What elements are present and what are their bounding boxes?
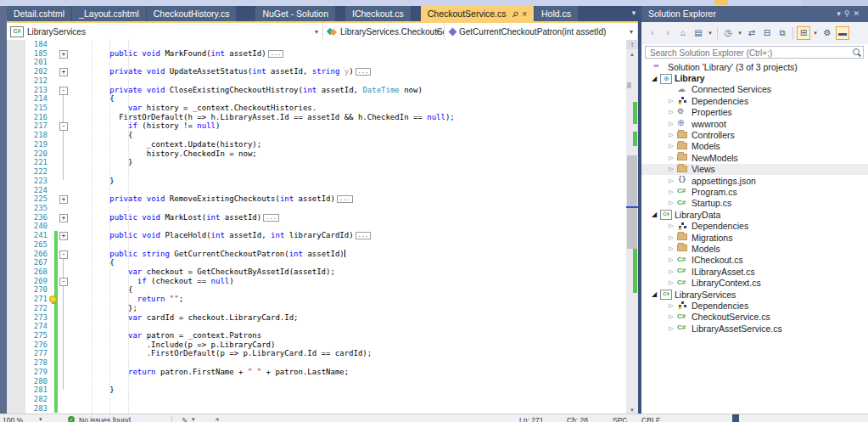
switch-views-caret-icon[interactable]: ▾: [707, 26, 714, 40]
code-line-222[interactable]: 222: [7, 167, 626, 177]
collapsed-region-box[interactable]: ...: [356, 68, 372, 76]
expand-arrow-icon[interactable]: ▷: [667, 121, 675, 127]
expand-arrow-icon[interactable]: ▷: [667, 143, 675, 149]
collapse-all-icon[interactable]: ⊟: [760, 26, 774, 40]
forward-icon[interactable]: ›: [661, 26, 675, 40]
expand-icon[interactable]: +: [59, 68, 68, 76]
expand-arrow-icon[interactable]: ▷: [667, 177, 675, 184]
editor-vertical-scrollbar[interactable]: ↕ ▲ ▼: [626, 40, 638, 414]
show-all-files-icon[interactable]: ⧉: [776, 26, 789, 40]
tree-item-connected-services[interactable]: ☁Connected Services: [641, 84, 868, 95]
tree-item-startup-cs[interactable]: ▷C#Startup.cs: [641, 198, 868, 209]
code-line-275[interactable]: 275 var patron = _context.Patrons: [7, 331, 626, 340]
expand-icon[interactable]: +: [59, 50, 68, 59]
expand-icon[interactable]: +: [59, 214, 68, 222]
tab-nuget-solution[interactable]: NuGet - Solution: [255, 6, 335, 21]
code-line-273[interactable]: 273 var cardId = checkout.LibraryCard.Id…: [7, 313, 626, 323]
tree-item-libraryservices[interactable]: ◢C#LibraryServices: [641, 289, 868, 300]
tree-item-dependencies[interactable]: ▷▲Dependencies: [641, 220, 868, 231]
properties-icon[interactable]: ⚙: [820, 26, 834, 40]
code-line-220[interactable]: 220 history.CheckedIn = now;: [7, 149, 626, 159]
expand-arrow-icon[interactable]: ▷: [667, 302, 675, 309]
tab-hold-cs[interactable]: Hold.cs: [535, 6, 578, 21]
code-line-271[interactable]: 271 return "";: [7, 295, 626, 304]
pin-icon[interactable]: ⚲: [507, 7, 522, 21]
expand-icon[interactable]: +: [59, 195, 68, 204]
pending-changes-filter-icon[interactable]: ◷: [721, 26, 735, 40]
collapsed-region-box[interactable]: ...: [356, 232, 372, 239]
expand-arrow-icon[interactable]: ▷: [667, 222, 675, 229]
tree-item-models[interactable]: ▷Models: [641, 141, 868, 152]
solution-explorer-search-box[interactable]: [645, 46, 864, 59]
expand-arrow-icon[interactable]: ▷: [667, 268, 675, 275]
code-line-277[interactable]: 277 .FirstOrDefault(p => p.LibraryCard.I…: [7, 349, 626, 358]
expand-arrow-icon[interactable]: ▷: [667, 313, 675, 320]
expand-arrow-icon[interactable]: ▷: [667, 109, 675, 115]
tree-item-wwwroot[interactable]: ▷⊕wwwroot: [641, 118, 868, 129]
code-line-279[interactable]: 279 return patron.FirstName + " " + patr…: [7, 368, 626, 377]
close-icon[interactable]: ×: [522, 7, 527, 22]
back-icon[interactable]: ‹: [646, 26, 659, 40]
sync-selection-icon[interactable]: ⊞: [797, 26, 810, 40]
expand-arrow-icon[interactable]: ▷: [667, 245, 675, 252]
code-line-221[interactable]: 221 }: [7, 158, 626, 167]
code-line-213[interactable]: 213- private void CloseExistingCheckoutH…: [7, 86, 626, 95]
expand-arrow-icon[interactable]: ▷: [667, 155, 675, 161]
code-line-223[interactable]: 223 }: [7, 177, 626, 186]
code-line-266[interactable]: 266- public string GetCurrentCheckoutPat…: [7, 250, 626, 259]
scroll-up-arrow-icon[interactable]: ▲: [626, 50, 638, 59]
code-line-212[interactable]: 212: [7, 76, 626, 86]
collapse-icon[interactable]: -: [59, 87, 68, 95]
collapse-arrow-icon[interactable]: ◢: [650, 290, 658, 298]
collapse-icon[interactable]: -: [59, 250, 68, 259]
code-line-265[interactable]: 265: [7, 240, 626, 250]
tab--layout-cshtml[interactable]: _Layout.cshtml: [72, 6, 146, 21]
expand-arrow-icon[interactable]: ▷: [667, 166, 675, 172]
tree-item-dependencies[interactable]: ▷▲Dependencies: [641, 95, 868, 106]
zoom-chevron-icon[interactable]: ▾: [39, 416, 42, 422]
code-line-216[interactable]: 216 FirstOrDefault(h => h.LibraryAsset.I…: [7, 113, 626, 122]
collapse-icon[interactable]: -: [59, 278, 68, 286]
tree-item-libraryassetservice-cs[interactable]: ▷C#LibraryAssetService.cs: [641, 323, 868, 334]
expand-arrow-icon[interactable]: ▷: [667, 98, 675, 104]
expand-arrow-icon[interactable]: ▷: [667, 256, 675, 263]
home-icon[interactable]: ⌂: [676, 26, 690, 40]
health-status-text[interactable]: No issues found: [79, 416, 131, 422]
code-line-185[interactable]: 185+ public void MarkFound(int assetId).…: [7, 49, 626, 59]
tree-item-newmodels[interactable]: ▷NewModels: [641, 152, 868, 163]
solution-explorer-title-bar[interactable]: Solution Explorer ▾⚲✕: [641, 6, 868, 22]
code-line-215[interactable]: 215 var history = _context.CheckoutHisto…: [7, 104, 626, 113]
code-line-236[interactable]: 236+ public void MarkLost(int assetId)..…: [7, 213, 626, 222]
sync-selection-caret-icon[interactable]: ▾: [812, 26, 819, 40]
tree-item-properties[interactable]: ▷⚙Properties: [641, 107, 868, 118]
collapse-icon[interactable]: -: [59, 122, 68, 131]
expand-arrow-icon[interactable]: ▷: [667, 188, 675, 195]
code-line-240[interactable]: 240: [7, 222, 626, 231]
zoom-level[interactable]: 100 %: [3, 416, 23, 422]
code-line-283[interactable]: 283: [7, 404, 626, 414]
tree-item-library[interactable]: ◢⊕Library: [641, 72, 868, 83]
code-line-281[interactable]: 281 }: [7, 385, 626, 395]
window-position-icon[interactable]: ▾: [837, 9, 844, 18]
collapse-arrow-icon[interactable]: ◢: [650, 211, 658, 218]
code-line-241[interactable]: 241+ public void PlaceHold(int assetId, …: [7, 231, 626, 240]
code-line-219[interactable]: 219 _context.Update(history);: [7, 140, 626, 149]
code-line-274[interactable]: 274: [7, 322, 626, 331]
code-line-269[interactable]: 269- if (checkout == null): [7, 277, 626, 286]
code-line-282[interactable]: 282: [7, 395, 626, 404]
collapse-arrow-icon[interactable]: ◢: [650, 75, 658, 82]
tree-item-solution-library-3-of-3-projects-[interactable]: ∞Solution 'Library' (3 of 3 projects): [641, 61, 868, 72]
pending-changes-caret-icon[interactable]: ▾: [736, 26, 743, 40]
code-cleanup-chevron-icon[interactable]: ▾: [192, 416, 195, 422]
code-line-270[interactable]: 270 {: [7, 285, 626, 295]
code-cleanup-icon[interactable]: ✎: [182, 416, 188, 422]
code-line-201[interactable]: 201: [7, 58, 626, 67]
tree-item-dependencies[interactable]: ▷▲Dependencies: [641, 300, 868, 311]
switch-views-icon[interactable]: ▤: [692, 26, 705, 40]
code-line-276[interactable]: 276 .Include(p => p.LibraryCard): [7, 340, 626, 350]
expand-arrow-icon[interactable]: ▷: [667, 200, 675, 206]
code-line-202[interactable]: 202+ private void UpdateAssetStatus(int …: [7, 67, 626, 76]
tree-item-librarycontext-cs[interactable]: ▷C#LibraryContext.cs: [641, 277, 868, 288]
code-line-272[interactable]: 272 };: [7, 304, 626, 313]
collapsed-region-box[interactable]: ...: [263, 214, 279, 222]
